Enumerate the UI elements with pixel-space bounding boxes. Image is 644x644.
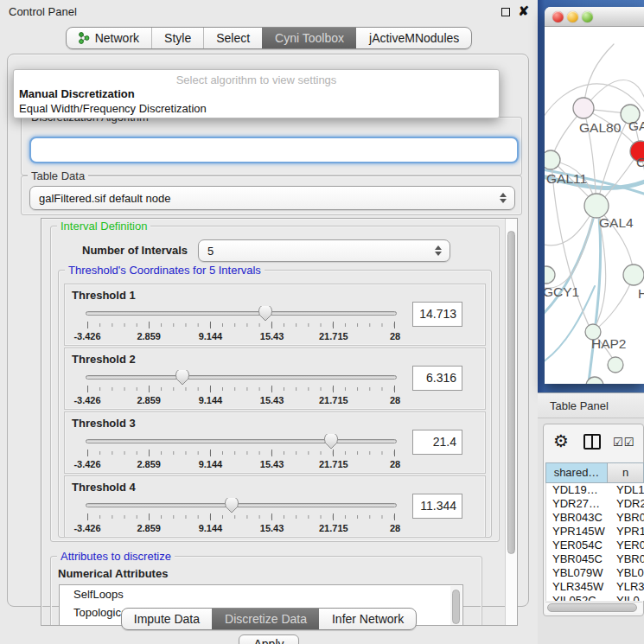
column-header-shared-name[interactable]: shared… bbox=[545, 462, 608, 483]
tick-label: 2.859 bbox=[137, 459, 161, 469]
tick-label: 28 bbox=[390, 523, 400, 533]
tick-label: 9.144 bbox=[199, 459, 223, 469]
slider-tick-labels: -3.4262.8599.14415.4321.71528 bbox=[87, 395, 395, 405]
threshold-slider[interactable]: -3.4262.8599.14415.4321.71528 bbox=[86, 369, 397, 409]
tick-label: -3.426 bbox=[73, 459, 100, 469]
horizontal-scrollbar[interactable] bbox=[545, 602, 642, 613]
tick-label: 28 bbox=[390, 331, 400, 341]
threshold-panel: Threshold 4 -3.4262.8599.14415.4321.7152… bbox=[64, 475, 486, 538]
settings-scroll-viewport: Interval Definition Number of Intervals … bbox=[41, 218, 518, 626]
control-panel: Control Panel ✘ NetworkStyleSelectCyni T… bbox=[0, 0, 538, 644]
table-cell: YDR27… bbox=[546, 497, 609, 511]
node-label: GAL80 bbox=[579, 120, 622, 135]
list-item[interactable]: SelfLoops bbox=[60, 585, 462, 603]
network-node[interactable] bbox=[545, 150, 560, 169]
table-row[interactable]: YER054CYER0 bbox=[546, 539, 644, 552]
table-row[interactable]: YIL052CYIL0 bbox=[546, 594, 644, 601]
node-label: GAL4 bbox=[599, 215, 634, 230]
network-view-window[interactable]: GAL80GACGAL11GAL4GCY1HHAP2 bbox=[545, 7, 644, 384]
threshold-value-box[interactable]: 21.4 bbox=[412, 430, 462, 455]
tick-label: 2.859 bbox=[137, 395, 161, 405]
vertical-scrollbar[interactable] bbox=[505, 219, 517, 625]
tick-label: 28 bbox=[390, 459, 400, 469]
slider-ticks bbox=[87, 322, 395, 328]
network-node[interactable] bbox=[608, 357, 623, 373]
table-row[interactable]: YDR27…YDR2 bbox=[546, 497, 644, 511]
dropdown-placeholder-item[interactable]: Select algorithm to view settings bbox=[14, 73, 499, 86]
threshold-title: Threshold 1 bbox=[72, 289, 136, 302]
dropdown-option-equal-width[interactable]: Equal Width/Frequency Discretization bbox=[19, 102, 207, 115]
table-row[interactable]: YBR045CYBR0 bbox=[546, 552, 644, 566]
threshold-value-box[interactable]: 11.344 bbox=[412, 494, 462, 519]
select-columns-checkboxes-icon[interactable]: ☑☑ bbox=[613, 436, 634, 449]
table-panel-header: Table Panel bbox=[538, 392, 644, 418]
tick-label: 28 bbox=[390, 395, 400, 405]
slider-track[interactable] bbox=[86, 375, 397, 379]
table-cell: YIL052C bbox=[546, 594, 609, 601]
slider-track[interactable] bbox=[86, 439, 397, 443]
threshold-slider[interactable]: -3.4262.8599.14415.4321.71528 bbox=[86, 497, 397, 537]
slider-track[interactable] bbox=[86, 503, 397, 507]
slider-thumb[interactable] bbox=[258, 306, 272, 322]
table-row[interactable]: YPR145WYPR1 bbox=[546, 525, 644, 539]
bottom-tab-bar: Impute DataDiscretize DataInfer Network bbox=[0, 608, 538, 630]
tab-network[interactable]: Network bbox=[67, 28, 151, 48]
table-cell: YBR043C bbox=[546, 511, 609, 525]
tab-cyni-toolbox[interactable]: Cyni Toolbox bbox=[262, 28, 356, 48]
bottom-tab-discretize-data[interactable]: Discretize Data bbox=[212, 609, 319, 629]
slider-ticks bbox=[87, 513, 395, 520]
threshold-title: Threshold 2 bbox=[72, 353, 136, 366]
slider-thumb[interactable] bbox=[175, 370, 189, 386]
table-row[interactable]: YBL079WYBL0 bbox=[546, 566, 644, 580]
number-of-intervals-label: Number of Intervals bbox=[82, 244, 188, 257]
tab-select[interactable]: Select bbox=[203, 28, 262, 48]
network-canvas[interactable]: GAL80GACGAL11GAL4GCY1HHAP2 bbox=[545, 27, 644, 384]
network-window-titlebar[interactable] bbox=[545, 7, 644, 27]
tick-label: 15.43 bbox=[260, 459, 284, 469]
apply-button[interactable]: Apply bbox=[239, 634, 299, 644]
threshold-title: Threshold 3 bbox=[72, 417, 136, 430]
algorithm-select[interactable] bbox=[29, 137, 519, 163]
table-data-select[interactable]: galFiltered.sif default node bbox=[29, 186, 515, 210]
threshold-value-box[interactable]: 6.316 bbox=[412, 366, 462, 391]
table-row[interactable]: YBR043CYBR0 bbox=[546, 511, 644, 525]
number-of-intervals-value: 5 bbox=[207, 245, 214, 258]
network-node[interactable] bbox=[573, 98, 594, 118]
gear-icon[interactable]: ⚙ bbox=[553, 432, 569, 450]
threshold-value-box[interactable]: 14.713 bbox=[412, 302, 462, 327]
network-node[interactable] bbox=[545, 266, 555, 284]
slider-thumb[interactable] bbox=[324, 434, 338, 450]
number-of-intervals-select[interactable]: 5 bbox=[198, 239, 450, 262]
tab-style[interactable]: Style bbox=[151, 28, 203, 48]
table-row[interactable]: YDL19…YDL1 bbox=[546, 483, 644, 497]
close-icon[interactable]: ✘ bbox=[518, 3, 529, 19]
slider-track[interactable] bbox=[86, 311, 397, 316]
close-traffic-light-icon[interactable] bbox=[552, 11, 564, 22]
dropdown-option-manual[interactable]: Manual Discretization bbox=[19, 87, 135, 100]
zoom-traffic-light-icon[interactable] bbox=[582, 11, 593, 22]
table-row[interactable]: YLR345WYLR3 bbox=[546, 580, 644, 594]
network-node[interactable] bbox=[584, 194, 609, 218]
table-panel: ⚙ ☑☑ shared… n YDL19…YDL1YDR27…YDR2YBR04… bbox=[538, 418, 644, 644]
tab-label: Style bbox=[164, 31, 191, 45]
tab-jactivemnodules[interactable]: jActiveMNodules bbox=[356, 28, 471, 48]
node-label: GAL11 bbox=[546, 171, 587, 186]
bottom-tab-impute-data[interactable]: Impute Data bbox=[122, 609, 212, 629]
network-node[interactable] bbox=[623, 265, 644, 285]
threshold-slider[interactable]: -3.4262.8599.14415.4321.71528 bbox=[86, 305, 397, 345]
tick-label: 21.715 bbox=[319, 331, 348, 341]
column-header-name[interactable]: n bbox=[608, 462, 644, 483]
split-columns-icon[interactable] bbox=[583, 434, 601, 450]
minimize-traffic-light-icon[interactable] bbox=[567, 11, 578, 22]
table-cell: YDR2 bbox=[609, 497, 644, 511]
threshold-slider[interactable]: -3.4262.8599.14415.4321.71528 bbox=[86, 433, 397, 473]
float-icon[interactable] bbox=[501, 8, 510, 16]
table-panel-title: Table Panel bbox=[550, 399, 609, 412]
table-cell: YBR0 bbox=[609, 552, 644, 566]
slider-tick-labels: -3.4262.8599.14415.4321.71528 bbox=[87, 459, 395, 469]
node-table: shared… n YDL19…YDL1YDR27…YDR2YBR043CYBR… bbox=[545, 462, 644, 601]
algorithm-dropdown-popup: Select algorithm to view settings Manual… bbox=[13, 69, 500, 118]
threshold-title: Threshold 4 bbox=[72, 481, 136, 494]
bottom-tab-infer-network[interactable]: Infer Network bbox=[319, 609, 416, 629]
slider-thumb[interactable] bbox=[225, 498, 239, 513]
